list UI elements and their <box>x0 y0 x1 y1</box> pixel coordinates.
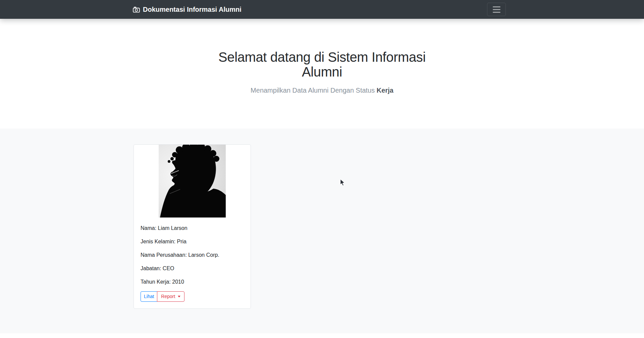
field-nama: Nama: Liam Larson <box>141 224 244 232</box>
page-title-line1: Selamat datang di Sistem Informasi <box>0 50 644 64</box>
alumni-photo <box>159 145 226 218</box>
field-jabatan: Jabatan: CEO <box>141 264 244 273</box>
field-tahun-kerja: Tahun Kerja: 2010 <box>141 278 244 286</box>
navbar-toggler-button[interactable] <box>487 3 506 16</box>
hero-section: Selamat datang di Sistem Informasi Alumn… <box>0 19 644 129</box>
caret-down-icon <box>178 296 180 297</box>
field-jenis-kelamin: Jenis Kelamin: Pria <box>141 238 244 246</box>
camera-icon <box>133 6 140 13</box>
card-button-group: Lihat Report <box>141 291 184 302</box>
page-title: Selamat datang di Sistem Informasi Alumn… <box>0 50 644 79</box>
page-subtitle: Menampilkan Data Alumni Dengan Status Ke… <box>0 85 644 95</box>
lihat-button[interactable]: Lihat <box>141 291 157 302</box>
page-title-line2: Alumni <box>0 64 644 79</box>
top-navbar: Dokumentasi Informasi Alumni <box>0 0 644 19</box>
navbar-brand[interactable]: Dokumentasi Informasi Alumni <box>133 0 241 19</box>
subtitle-text: Menampilkan Data Alumni Dengan Status <box>251 87 377 94</box>
alumni-card: Nama: Liam Larson Jenis Kelamin: Pria Na… <box>133 144 251 309</box>
content-section: Nama: Liam Larson Jenis Kelamin: Pria Na… <box>0 129 644 333</box>
report-dropdown-button[interactable]: Report <box>157 291 184 302</box>
navbar-brand-label: Dokumentasi Informasi Alumni <box>143 6 241 13</box>
status-value: Kerja <box>377 87 393 94</box>
field-nama-perusahaan: Nama Perusahaan: Larson Corp. <box>141 251 244 259</box>
report-button-label: Report <box>161 293 175 300</box>
hamburger-menu-icon <box>493 6 500 7</box>
alumni-card-body: Nama: Liam Larson Jenis Kelamin: Pria Na… <box>134 218 251 308</box>
